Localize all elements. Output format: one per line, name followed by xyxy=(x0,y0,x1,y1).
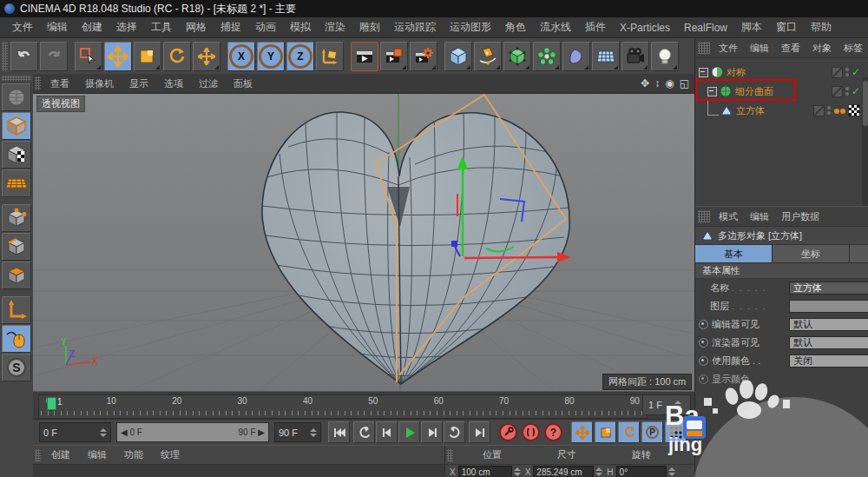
tab-phong[interactable]: 平滑着色 xyxy=(850,245,868,262)
menu-item[interactable]: 编辑 xyxy=(40,20,75,35)
undo-button[interactable] xyxy=(10,42,38,71)
add-primitive-cube-button[interactable] xyxy=(444,42,472,71)
viewport-menu-item[interactable]: 面板 xyxy=(226,77,260,90)
axis-lock-y-button[interactable]: Y xyxy=(257,42,285,71)
workplane-mode-button[interactable] xyxy=(2,169,31,197)
viewport-menu-item[interactable]: 查看 xyxy=(43,77,77,90)
object-name[interactable]: 对称 xyxy=(727,66,746,79)
am-menu-item[interactable]: 编辑 xyxy=(744,210,775,223)
redo-button[interactable] xyxy=(40,42,68,71)
play-button[interactable] xyxy=(398,421,420,443)
coordinates-drag-handle[interactable] xyxy=(447,449,453,461)
menu-item[interactable]: RealFlow xyxy=(677,22,734,34)
snap-button[interactable]: S xyxy=(2,354,31,381)
view-label[interactable]: 透视视图 xyxy=(36,96,85,112)
viewport-pan-icon[interactable]: ✥ xyxy=(641,77,649,89)
deformer-button[interactable] xyxy=(562,42,590,71)
object-row-symmetry[interactable]: 对称 ✓ xyxy=(695,63,868,81)
coordinate-system-button[interactable] xyxy=(316,42,344,71)
timeline-playhead[interactable] xyxy=(47,397,56,410)
axis-lock-x-button[interactable]: X xyxy=(227,42,255,71)
viewport-menu-drag-handle[interactable] xyxy=(35,76,41,90)
tweak-mode-button[interactable] xyxy=(2,325,31,353)
key-radio[interactable] xyxy=(699,374,708,384)
viewport-canvas[interactable] xyxy=(33,74,694,391)
goto-next-key-button[interactable] xyxy=(444,421,465,443)
key-radio[interactable] xyxy=(699,356,708,366)
material-menu-item[interactable]: 纹理 xyxy=(152,448,188,461)
mograph-generators-button[interactable] xyxy=(533,42,561,71)
key-radio[interactable] xyxy=(699,338,708,348)
key-radio[interactable] xyxy=(699,320,708,329)
keyframe-selection-button[interactable]: ? xyxy=(544,423,562,441)
visibility-dots[interactable] xyxy=(845,87,849,96)
viewport-menu-item[interactable]: 选项 xyxy=(156,77,191,90)
make-editable-button[interactable] xyxy=(2,83,31,111)
add-spline-pen-button[interactable] xyxy=(474,42,502,71)
enable-axis-button[interactable] xyxy=(2,296,31,324)
position-x-field[interactable]: 100 cm xyxy=(458,466,512,477)
enabled-check-icon[interactable]: ✓ xyxy=(852,66,860,78)
viewport-rotate-icon[interactable]: ◉ xyxy=(665,77,674,89)
viewport-menu-item[interactable]: 过滤 xyxy=(191,77,226,90)
axis-lock-z-button[interactable]: Z xyxy=(286,42,314,71)
rotation-h-field[interactable]: 0° xyxy=(616,466,667,477)
key-scale-button[interactable] xyxy=(595,421,616,443)
last-tool-button[interactable] xyxy=(193,42,220,71)
enabled-check-icon[interactable]: ✓ xyxy=(852,85,860,97)
om-menu-item[interactable]: 编辑 xyxy=(744,42,775,55)
menu-item[interactable]: 渲染 xyxy=(318,20,352,35)
om-menu-item[interactable]: 查看 xyxy=(775,42,806,55)
layer-input[interactable] xyxy=(789,300,868,313)
viewport-toggle-layout-icon[interactable]: ◱ xyxy=(680,77,689,89)
key-rotation-button[interactable] xyxy=(618,421,640,443)
live-selection-tool[interactable] xyxy=(75,42,102,71)
texture-mode-button[interactable] xyxy=(2,141,31,169)
renderer-visibility-dropdown[interactable]: 默认 xyxy=(789,336,868,349)
menu-item[interactable]: 运动跟踪 xyxy=(387,20,443,35)
toolbar-drag-handle[interactable] xyxy=(2,42,8,71)
layer-icon[interactable] xyxy=(832,67,843,78)
layer-icon[interactable] xyxy=(832,86,843,97)
menu-item[interactable]: 选择 xyxy=(109,20,144,35)
menu-item[interactable]: 动画 xyxy=(248,20,283,35)
material-menu-item[interactable]: 功能 xyxy=(115,448,152,461)
visibility-dots[interactable] xyxy=(845,68,849,76)
end-frame-field[interactable]: 90 F xyxy=(274,422,321,442)
menu-item[interactable]: 脚本 xyxy=(734,20,769,35)
scale-tool[interactable] xyxy=(134,42,161,71)
timeline-ruler[interactable]: 0102030405060708090 1 xyxy=(38,394,648,419)
render-settings-button[interactable] xyxy=(410,42,437,71)
gizmo-z-axis-dot[interactable] xyxy=(451,241,457,247)
goto-end-button[interactable] xyxy=(469,421,490,443)
object-name[interactable]: 立方体 xyxy=(736,104,765,117)
om-menu-item[interactable]: 对象 xyxy=(806,42,838,55)
start-frame-field[interactable]: 0 F xyxy=(39,422,111,442)
object-manager-drag-handle[interactable] xyxy=(698,42,710,54)
material-manager-drag-handle[interactable] xyxy=(35,449,41,461)
key-position-button[interactable] xyxy=(571,421,593,443)
goto-previous-key-button[interactable] xyxy=(353,421,375,443)
menu-item[interactable]: 运动图形 xyxy=(443,20,498,35)
move-tool[interactable] xyxy=(104,42,132,71)
autokey-button[interactable] xyxy=(522,423,540,441)
rotate-tool[interactable] xyxy=(163,42,191,71)
tab-basic[interactable]: 基本 xyxy=(695,245,773,262)
material-menu-item[interactable]: 编辑 xyxy=(79,448,115,461)
visibility-dots[interactable] xyxy=(827,106,831,115)
basic-properties-section[interactable]: 基本属性 xyxy=(695,263,868,279)
name-input[interactable]: 立方体 xyxy=(789,282,868,295)
am-menu-item[interactable]: 模式 xyxy=(713,210,744,223)
material-menu-item[interactable]: 创建 xyxy=(43,448,79,461)
editor-visibility-dropdown[interactable]: 默认 xyxy=(789,318,868,331)
render-view-button[interactable] xyxy=(351,42,378,71)
previous-frame-button[interactable] xyxy=(376,421,398,443)
goto-start-button[interactable] xyxy=(328,421,350,443)
object-row-cube[interactable]: 立方体 xyxy=(695,102,868,119)
model-mode-button[interactable] xyxy=(2,112,31,140)
object-tree-scrollbar[interactable] xyxy=(862,77,868,206)
menu-item[interactable]: 捕捉 xyxy=(214,20,248,35)
frame-range-slider[interactable]: ◀ 0 F 90 F ▶ xyxy=(116,422,269,442)
menu-item[interactable]: 角色 xyxy=(498,20,533,35)
key-pla-button[interactable] xyxy=(665,421,687,443)
